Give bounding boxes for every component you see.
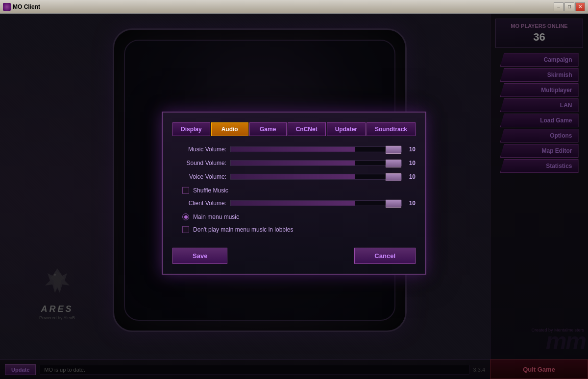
modal-footer: Save Cancel bbox=[172, 243, 416, 264]
tab-display[interactable]: Display bbox=[172, 122, 210, 136]
main-menu-music-row: Main menu music bbox=[172, 213, 416, 220]
voice-volume-slider-container bbox=[230, 174, 402, 180]
tab-audio[interactable]: Audio bbox=[211, 122, 248, 136]
sound-volume-fill bbox=[231, 161, 355, 166]
save-button[interactable]: Save bbox=[172, 248, 227, 264]
cancel-button[interactable]: Cancel bbox=[354, 248, 416, 264]
music-volume-row: Music Volume: 10 bbox=[172, 146, 416, 153]
music-volume-value: 10 bbox=[406, 146, 416, 153]
voice-volume-fill bbox=[231, 174, 355, 179]
main-menu-music-radio[interactable] bbox=[182, 213, 189, 220]
window-controls: – □ ✕ bbox=[554, 2, 585, 11]
voice-volume-value: 10 bbox=[406, 173, 416, 180]
shuffle-music-row: Shuffle Music bbox=[172, 187, 416, 194]
client-volume-slider-container bbox=[230, 200, 402, 206]
voice-volume-label: Voice Volume: bbox=[172, 173, 226, 180]
sound-volume-thumb[interactable] bbox=[386, 160, 401, 167]
music-volume-slider-container bbox=[230, 146, 402, 152]
main-menu-music-label: Main menu music bbox=[193, 213, 239, 220]
maximize-button[interactable]: □ bbox=[564, 2, 574, 11]
client-volume-thumb[interactable] bbox=[386, 200, 401, 208]
client-volume-label: Client Volume: bbox=[172, 200, 226, 207]
music-volume-thumb[interactable] bbox=[386, 146, 401, 154]
client-volume-fill bbox=[231, 201, 355, 206]
window-title: MO Client bbox=[13, 3, 40, 10]
no-lobby-music-checkbox[interactable] bbox=[182, 226, 189, 233]
music-volume-label: Music Volume: bbox=[172, 146, 226, 153]
title-bar-left: MO Client bbox=[3, 3, 40, 11]
close-button[interactable]: ✕ bbox=[575, 2, 585, 11]
modal-inner: Display Audio Game CnCNet Updater Soundt… bbox=[163, 113, 425, 274]
sound-volume-slider-container bbox=[230, 160, 402, 166]
radio-dot bbox=[184, 215, 188, 218]
title-bar: MO Client – □ ✕ bbox=[0, 0, 588, 14]
tab-game[interactable]: Game bbox=[249, 122, 287, 136]
sound-volume-label: Sound Volume: bbox=[172, 160, 226, 166]
tab-bar: Display Audio Game CnCNet Updater Soundt… bbox=[172, 122, 416, 136]
music-volume-fill bbox=[231, 147, 355, 152]
app-icon bbox=[3, 3, 11, 11]
no-lobby-music-label: Don't play main menu music in lobbies bbox=[193, 226, 293, 233]
client-volume-value: 10 bbox=[406, 200, 416, 207]
sound-volume-track[interactable] bbox=[230, 160, 402, 166]
voice-volume-thumb[interactable] bbox=[386, 173, 401, 181]
minimize-button[interactable]: – bbox=[554, 2, 564, 11]
shuffle-music-checkbox[interactable] bbox=[182, 187, 189, 194]
sound-volume-value: 10 bbox=[406, 160, 416, 166]
client-volume-row: Client Volume: 10 bbox=[172, 200, 416, 207]
tab-updater[interactable]: Updater bbox=[327, 122, 366, 136]
shuffle-music-label: Shuffle Music bbox=[193, 187, 228, 194]
client-volume-track[interactable] bbox=[230, 200, 402, 206]
app-area: ARES Powered by AlexB MO Players Online … bbox=[0, 14, 588, 379]
settings-dialog: Display Audio Game CnCNet Updater Soundt… bbox=[162, 112, 426, 275]
no-lobby-music-row: Don't play main menu music in lobbies bbox=[172, 226, 416, 233]
sound-volume-row: Sound Volume: 10 bbox=[172, 160, 416, 166]
tab-soundtrack[interactable]: Soundtrack bbox=[367, 122, 416, 136]
voice-volume-track[interactable] bbox=[230, 174, 402, 180]
voice-volume-row: Voice Volume: 10 bbox=[172, 173, 416, 180]
tab-cncnet[interactable]: CnCNet bbox=[288, 122, 326, 136]
music-volume-track[interactable] bbox=[230, 146, 402, 152]
